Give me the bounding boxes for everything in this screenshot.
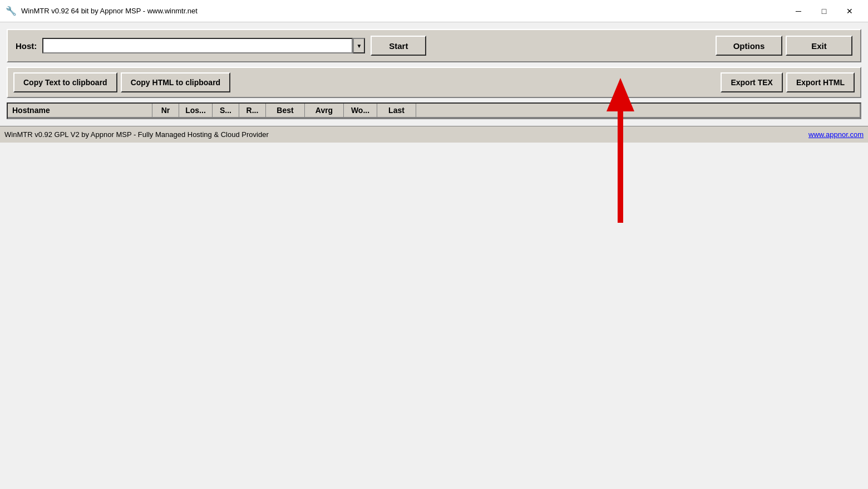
- host-label: Host:: [16, 41, 37, 51]
- col-header-hostname: Hostname: [8, 104, 152, 117]
- col-header-los: Los...: [179, 104, 213, 117]
- window-title: WinMTR v0.92 64 bit by Appnor MSP - www.…: [21, 7, 198, 15]
- table-section: Hostname Nr Los... S... R... Best Avrg W…: [7, 102, 861, 119]
- title-bar: 🔧 WinMTR v0.92 64 bit by Appnor MSP - ww…: [0, 0, 868, 22]
- right-buttons: Options Exit: [716, 36, 852, 56]
- maximize-button[interactable]: □: [811, 2, 837, 20]
- status-text: WinMTR v0.92 GPL V2 by Appnor MSP - Full…: [4, 130, 269, 139]
- col-header-best: Best: [266, 104, 305, 117]
- start-button[interactable]: Start: [371, 36, 426, 56]
- minimize-button[interactable]: ─: [786, 2, 811, 20]
- title-bar-left: 🔧 WinMTR v0.92 64 bit by Appnor MSP - ww…: [6, 6, 198, 17]
- col-header-wo: Wo...: [344, 104, 377, 117]
- table-header: Hostname Nr Los... S... R... Best Avrg W…: [8, 104, 860, 118]
- close-button[interactable]: ✕: [837, 2, 862, 20]
- exit-button[interactable]: Exit: [786, 36, 852, 56]
- host-section: Host: ▼ Start Options Exit: [7, 29, 861, 62]
- col-header-r: R...: [239, 104, 266, 117]
- host-input-container: ▼: [42, 38, 365, 53]
- status-bar: WinMTR v0.92 GPL V2 by Appnor MSP - Full…: [0, 126, 868, 143]
- col-header-avrg: Avrg: [305, 104, 344, 117]
- host-input[interactable]: [42, 38, 353, 53]
- app-icon: 🔧: [6, 6, 17, 17]
- main-content: Host: ▼ Start Options Exit Copy Text to …: [0, 22, 868, 126]
- copy-html-button[interactable]: Copy HTML to clipboard: [121, 72, 231, 92]
- export-html-button[interactable]: Export HTML: [786, 72, 855, 92]
- col-header-s: S...: [213, 104, 239, 117]
- col-header-last: Last: [377, 104, 416, 117]
- copy-text-button[interactable]: Copy Text to clipboard: [13, 72, 117, 92]
- appnor-link[interactable]: www.appnor.com: [808, 130, 864, 139]
- host-dropdown-button[interactable]: ▼: [353, 38, 365, 53]
- col-header-extra: [416, 104, 860, 117]
- toolbar-section: Copy Text to clipboard Copy HTML to clip…: [7, 67, 861, 98]
- options-button[interactable]: Options: [716, 36, 782, 56]
- window-controls: ─ □ ✕: [786, 2, 862, 20]
- export-tex-button[interactable]: Export TEX: [721, 72, 782, 92]
- col-header-nr: Nr: [152, 104, 179, 117]
